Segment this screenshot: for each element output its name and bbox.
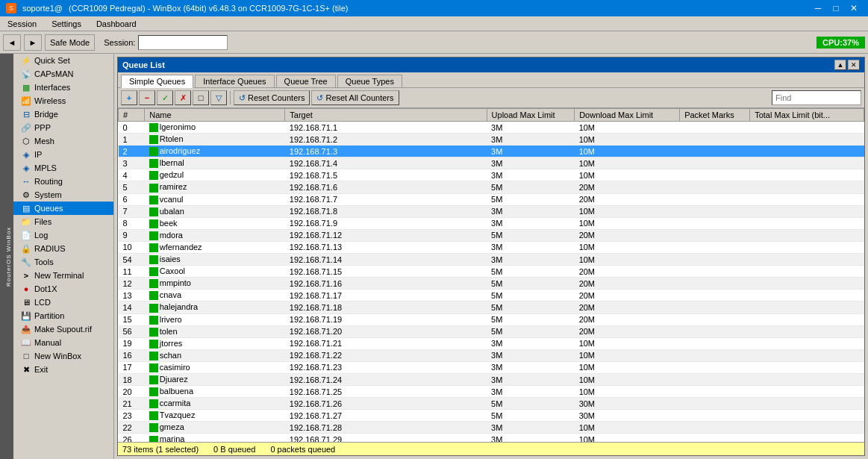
sidebar-item-mpls[interactable]: ◈ MPLS	[13, 161, 113, 175]
table-row[interactable]: 18 Djuarez 192.168.71.24 3M 10M	[119, 373, 864, 385]
find-input[interactable]	[772, 90, 861, 105]
sidebar-item-lcd[interactable]: 🖥 LCD	[13, 296, 113, 309]
table-row[interactable]: 0 lgeronimo 192.168.71.1 3M 10M	[119, 122, 864, 134]
table-container[interactable]: # Name Target Upload Max Limit Download …	[118, 108, 864, 442]
cell-upload: 3M	[487, 169, 575, 181]
enable-button[interactable]: ✓	[157, 90, 173, 105]
sidebar-item-new-winbox[interactable]: □ New WinBox	[13, 349, 113, 363]
menu-dashboard[interactable]: Dashboard	[92, 19, 141, 29]
queue-window: Queue List ▲ ✕ Simple Queues Interface Q…	[117, 57, 865, 456]
table-row[interactable]: 10 wfernandez 192.168.71.13 3M 10M	[119, 241, 864, 253]
table-row[interactable]: 22 gmeza 192.168.71.28 3M 10M	[119, 422, 864, 434]
sidebar-item-exit[interactable]: ✖ Exit	[13, 363, 113, 376]
table-row[interactable]: 12 mmpinto 192.168.71.16 5M 20M	[119, 278, 864, 290]
row-status-icon	[149, 423, 158, 432]
cell-upload: 5M	[487, 181, 575, 193]
cell-download: 30M	[575, 398, 680, 410]
table-row[interactable]: 19 jtorres 192.168.71.21 3M 10M	[119, 337, 864, 349]
tab-interface-queues[interactable]: Interface Queues	[195, 75, 274, 87]
table-row[interactable]: 14 halejandra 192.168.71.18 5M 20M	[119, 302, 864, 313]
col-target[interactable]: Target	[285, 109, 487, 122]
table-row[interactable]: 2 airodriguez 192.168.71.3 3M 10M	[119, 146, 864, 157]
table-row[interactable]: 3 lbernal 192.168.71.4 3M 10M	[119, 157, 864, 169]
row-status-icon	[149, 340, 158, 349]
sidebar-item-interfaces[interactable]: ▦ Interfaces	[13, 81, 113, 94]
close-button[interactable]: ✕	[846, 1, 862, 15]
table-row[interactable]: 21 ccarmita 192.168.71.26 5M 30M	[119, 398, 864, 410]
sidebar-item-capsman[interactable]: 📡 CAPsMAN	[13, 67, 113, 81]
forward-button[interactable]: ►	[24, 34, 42, 51]
reset-counters-button[interactable]: ↺ Reset Counters	[234, 90, 310, 105]
sidebar-item-wireless[interactable]: 📶 Wireless	[13, 94, 113, 107]
sidebar-item-ip[interactable]: ◈ IP	[13, 148, 113, 161]
sidebar-label-exit: Exit	[34, 365, 48, 374]
tab-simple-queues[interactable]: Simple Queues	[121, 75, 193, 88]
add-button[interactable]: +	[121, 90, 137, 105]
table-row[interactable]: 16 schan 192.168.71.22 3M 10M	[119, 349, 864, 361]
sidebar-item-radius[interactable]: 🔒 RADIUS	[13, 242, 113, 255]
table-row[interactable]: 26 marina 192.168.71.29 3M 10M	[119, 434, 864, 442]
table-row[interactable]: 9 mdora 192.168.71.12 5M 20M	[119, 229, 864, 241]
table-row[interactable]: 15 lrivero 192.168.71.19 5M 20M	[119, 313, 864, 325]
col-upload[interactable]: Upload Max Limit	[487, 109, 575, 122]
filter-button[interactable]: ▽	[210, 90, 227, 105]
table-row[interactable]: 7 ubalan 192.168.71.8 3M 10M	[119, 205, 864, 217]
col-total[interactable]: Total Max Limit (bit...	[750, 109, 864, 122]
table-row[interactable]: 23 Tvazquez 192.168.71.27 5M 30M	[119, 410, 864, 422]
sidebar-item-manual[interactable]: 📖 Manual	[13, 336, 113, 349]
session-input[interactable]	[138, 35, 228, 50]
table-row[interactable]: 11 Caxool 192.168.71.15 5M 20M	[119, 266, 864, 278]
table-row[interactable]: 6 vcanul 192.168.71.7 5M 20M	[119, 193, 864, 205]
table-row[interactable]: 54 isaies 192.168.71.14 3M 10M	[119, 254, 864, 266]
tab-queue-tree[interactable]: Queue Tree	[276, 75, 336, 87]
sidebar-item-make-supout[interactable]: 📤 Make Supout.rif	[13, 322, 113, 336]
sidebar-item-partition[interactable]: 💾 Partition	[13, 309, 113, 322]
table-row[interactable]: 20 balbuena 192.168.71.25 3M 10M	[119, 386, 864, 398]
menu-session[interactable]: Session	[3, 19, 41, 29]
sidebar-item-routing[interactable]: ↔ Routing	[13, 175, 113, 188]
col-name[interactable]: Name	[145, 109, 285, 122]
cell-marks	[680, 290, 750, 302]
col-marks[interactable]: Packet Marks	[680, 109, 750, 122]
cell-name: mmpinto	[145, 278, 285, 290]
sidebar-item-ppp[interactable]: 🔗 PPP	[13, 121, 113, 134]
table-row[interactable]: 17 casimiro 192.168.71.23 3M 10M	[119, 361, 864, 373]
sidebar-item-bridge[interactable]: ⊟ Bridge	[13, 107, 113, 121]
sidebar-item-files[interactable]: 📁 Files	[13, 215, 113, 228]
reset-all-counters-button[interactable]: ↺ Reset All Counters	[311, 90, 399, 105]
sidebar-item-log[interactable]: 📄 Log	[13, 228, 113, 242]
maximize-button[interactable]: □	[828, 1, 844, 15]
disable-button[interactable]: ✗	[175, 90, 191, 105]
sidebar-item-quick-set[interactable]: ⚡ Quick Set	[13, 54, 113, 67]
sidebar-item-queues[interactable]: ▤ Queues	[13, 202, 113, 215]
cell-num: 14	[119, 302, 145, 313]
table-row[interactable]: 4 gedzul 192.168.71.5 3M 10M	[119, 169, 864, 181]
table-row[interactable]: 5 ramirez 192.168.71.6 5M 20M	[119, 181, 864, 193]
tab-queue-types[interactable]: Queue Types	[337, 75, 402, 87]
menu-settings[interactable]: Settings	[47, 19, 86, 29]
table-row[interactable]: 56 tolen 192.168.71.20 5M 20M	[119, 325, 864, 337]
table-row[interactable]: 8 beek 192.168.71.9 3M 10M	[119, 217, 864, 229]
back-button[interactable]: ◄	[3, 34, 21, 51]
sidebar-item-tools[interactable]: 🔧 Tools	[13, 255, 113, 269]
table-row[interactable]: 13 cnava 192.168.71.17 5M 20M	[119, 290, 864, 302]
cell-total	[750, 146, 864, 157]
safe-mode-button[interactable]: Safe Mode	[45, 34, 95, 51]
table-row[interactable]: 1 Rtolen 192.168.71.2 3M 10M	[119, 134, 864, 146]
remove-button[interactable]: −	[139, 90, 155, 105]
lcd-icon: 🖥	[21, 297, 31, 307]
col-num[interactable]: #	[119, 109, 145, 122]
cell-name: jtorres	[145, 337, 285, 349]
sidebar-item-mesh[interactable]: ⬡ Mesh	[13, 134, 113, 148]
cell-total	[750, 422, 864, 434]
copy-button[interactable]: □	[193, 90, 209, 105]
minimize-button[interactable]: ─	[810, 1, 826, 15]
sidebar-item-dot1x[interactable]: ● Dot1X	[13, 282, 113, 296]
sidebar-item-system[interactable]: ⚙ System	[13, 188, 113, 202]
sidebar-item-new-terminal[interactable]: > New Terminal	[13, 269, 113, 282]
queue-window-shrink[interactable]: ▲	[834, 60, 846, 70]
row-status-icon	[149, 255, 158, 264]
cell-name: Tvazquez	[145, 410, 285, 422]
queue-window-close[interactable]: ✕	[848, 60, 860, 70]
col-download[interactable]: Download Max Limit	[575, 109, 680, 122]
